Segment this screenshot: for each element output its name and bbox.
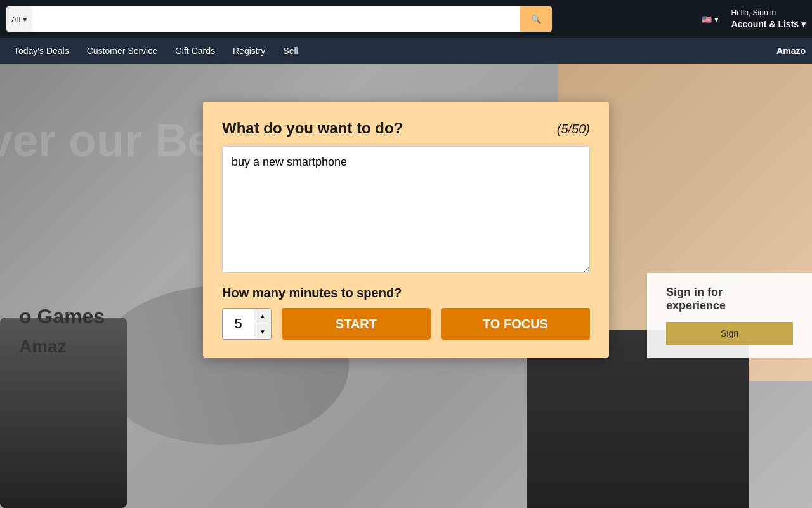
flag-icon: 🇺🇸 — [702, 15, 712, 24]
navigation-bar: Today's Deals Customer Service Gift Card… — [0, 38, 812, 64]
page-background: ver our Be o Games Amaz Sign in for expe… — [0, 64, 812, 508]
minutes-label: How many minutes to spend? — [222, 286, 590, 300]
modal-title: What do you want to do? — [222, 119, 403, 137]
language-selector[interactable]: 🇺🇸 ▾ — [702, 15, 719, 24]
focus-modal: What do you want to do? (5/50) buy a new… — [203, 102, 609, 358]
search-button[interactable]: 🔍 — [520, 6, 552, 32]
spinner-arrows: ▲ ▼ — [254, 309, 271, 339]
nav-todays-deals[interactable]: Today's Deals — [6, 38, 77, 64]
to-focus-button[interactable]: TO FOCUS — [441, 308, 590, 340]
account-lists-label: Account & Lists ▾ — [731, 18, 806, 30]
search-category-dropdown[interactable]: All ▾ — [6, 6, 32, 32]
minutes-value: 5 — [223, 309, 254, 339]
search-bar: All ▾ 🔍 — [6, 6, 552, 32]
nav-sell[interactable]: Sell — [275, 38, 305, 64]
amazon-prime-label: Amazo — [776, 46, 806, 56]
increment-button[interactable]: ▲ — [254, 309, 271, 324]
decrement-button[interactable]: ▼ — [254, 324, 271, 340]
account-button[interactable]: Hello, Sign in Account & Lists ▾ — [731, 8, 806, 30]
minutes-spinner: 5 ▲ ▼ — [222, 308, 272, 340]
nav-registry[interactable]: Registry — [225, 38, 273, 64]
dropdown-arrow-icon: ▾ — [23, 15, 27, 24]
nav-gift-cards[interactable]: Gift Cards — [167, 38, 223, 64]
modal-counter: (5/50) — [557, 122, 590, 137]
task-input[interactable]: buy a new smartphone — [222, 146, 590, 273]
modal-overlay: What do you want to do? (5/50) buy a new… — [0, 64, 812, 508]
search-category-label: All — [11, 15, 20, 24]
search-icon: 🔍 — [531, 15, 542, 24]
nav-customer-service[interactable]: Customer Service — [79, 38, 165, 64]
search-input[interactable] — [32, 6, 520, 32]
modal-header: What do you want to do? (5/50) — [222, 119, 590, 137]
flag-arrow-icon: ▾ — [714, 15, 719, 24]
amazon-header: All ▾ 🔍 🇺🇸 ▾ Hello, Sign in Account & Li… — [0, 0, 812, 38]
hello-text: Hello, Sign in — [731, 8, 806, 18]
start-button[interactable]: START — [282, 308, 431, 340]
header-right: 🇺🇸 ▾ Hello, Sign in Account & Lists ▾ — [702, 8, 806, 30]
modal-controls: 5 ▲ ▼ START TO FOCUS — [222, 308, 590, 340]
